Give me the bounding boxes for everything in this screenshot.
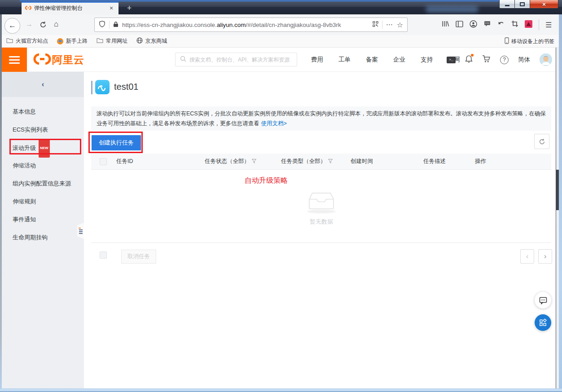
back-button[interactable]: ← [4, 18, 20, 34]
page-actions-icon[interactable]: ⋯ [386, 21, 393, 29]
console-search-box[interactable] [175, 53, 297, 66]
window-border-right [559, 14, 562, 388]
footer-checkbox[interactable] [100, 251, 107, 259]
description-banner: 滚动执行可以对当前伸缩组内的所有ECS实例，分批次自动更新实例所使用的镜像或在实… [91, 106, 551, 131]
column-actions: 操作 [475, 158, 486, 165]
tracking-shield-icon[interactable] [99, 21, 105, 29]
help-icon[interactable]: ? [500, 56, 509, 64]
empty-text: 暂无数据 [294, 218, 348, 226]
sidebar-item-basic-info[interactable]: 基本信息 [2, 103, 84, 121]
account-icon[interactable] [470, 20, 477, 30]
new-tab-button[interactable]: + [124, 4, 134, 13]
undo-icon[interactable] [497, 21, 505, 29]
browser-tab[interactable]: 弹性伸缩管理控制台 × [22, 2, 119, 14]
browser-window: 弹性伸缩管理控制台 × + × ← → ⌂ https://ess-cn-zha… [0, 0, 562, 392]
phone-icon [505, 37, 509, 45]
column-create-time: 创建时间 [351, 158, 373, 165]
next-page-button[interactable]: › [538, 249, 552, 264]
minimize-button[interactable] [499, 0, 515, 9]
bookmark-item[interactable]: 火狐官方站点 [6, 37, 48, 45]
user-avatar[interactable] [540, 53, 552, 66]
table-header-row: 任务ID 任务状态（全部） 任务类型（全部） 创建时间 任务描述 操作 [91, 154, 551, 170]
prev-page-button[interactable]: ‹ [520, 249, 534, 264]
doc-link[interactable]: 使用文档> [261, 120, 287, 127]
crop-icon[interactable] [511, 20, 518, 29]
search-input[interactable] [189, 57, 292, 63]
cart-icon[interactable] [482, 55, 491, 65]
refresh-button[interactable] [534, 134, 549, 149]
sidebar-collapse-button[interactable]: ‹ [2, 72, 84, 97]
sidebar-item-event-notifications[interactable]: 事件通知 [2, 211, 84, 229]
sidebar-item-instance-config-source[interactable]: 组内实例配置信息来源 [2, 175, 84, 193]
url-text[interactable]: https://ess-cn-zhangjiakou.console.aliyu… [122, 22, 369, 28]
empty-icon-shadow [307, 210, 336, 213]
tab-favicon-aliyun-icon [25, 4, 31, 12]
column-task-type: 任务类型（全部） [281, 158, 326, 165]
cloudshell-icon[interactable]: >_ [447, 57, 456, 63]
nav-item-billing[interactable]: 费用 [303, 56, 331, 64]
pagination: ‹ › [520, 249, 552, 264]
filter-icon[interactable] [328, 159, 333, 165]
notifications-bell-icon[interactable] [465, 55, 473, 65]
column-task-description: 任务描述 [423, 158, 446, 165]
bookmarks-bar: 火狐官方站点 新手上路 常用网址 京东商城 移动设备上的书签 [2, 35, 559, 48]
reload-icon[interactable] [40, 21, 47, 30]
bookmark-star-icon[interactable]: ☆ [397, 21, 403, 29]
bookmark-item[interactable]: 京东商城 [136, 37, 167, 45]
extension-logo-icon[interactable] [525, 20, 532, 30]
search-icon [180, 56, 186, 64]
tab-close-icon[interactable]: × [108, 4, 115, 12]
sidebar-item-lifecycle-hooks[interactable]: 生命周期挂钩 [2, 229, 84, 247]
feedback-chat-button[interactable] [535, 292, 551, 308]
home-icon[interactable]: ⌂ [54, 20, 58, 29]
aliyun-brackets-icon [33, 53, 51, 67]
console-nav-menu: 费用 工单 备案 企业 支持 官网 [303, 48, 468, 72]
quick-apps-button[interactable] [535, 314, 551, 331]
close-button[interactable]: × [530, 0, 558, 9]
active-window-accent [20, 0, 558, 1]
annotation-box-create-task-button [88, 132, 143, 153]
table-bottom-border [91, 242, 551, 243]
qr-code-icon[interactable] [373, 21, 378, 28]
nav-item-support[interactable]: 支持 [413, 56, 440, 64]
firefox-icon [57, 38, 63, 44]
maximize-button[interactable] [514, 0, 530, 9]
cancel-task-button[interactable]: 取消任务 [121, 250, 156, 264]
empty-state: 暂无数据 [294, 191, 348, 226]
lock-icon[interactable] [113, 21, 119, 29]
blurred-titlebar-text [426, 6, 479, 13]
column-task-status: 任务状态（全部） [205, 158, 250, 165]
menu-hamburger-icon[interactable]: ☰ [545, 21, 552, 29]
refresh-icon [539, 138, 545, 145]
nav-item-enterprise[interactable]: 企业 [386, 56, 413, 64]
bookmark-item[interactable]: 常用网址 [97, 37, 127, 45]
console-topbar-icons: >_ ? 简体 [447, 48, 552, 72]
console-menu-hamburger[interactable] [2, 48, 27, 72]
library-icon[interactable] [442, 20, 449, 29]
toolbar-separator [539, 19, 539, 30]
chat-bubble-icon[interactable] [483, 20, 491, 29]
tab-title: 弹性伸缩管理控制台 [34, 4, 105, 12]
filter-icon[interactable] [252, 159, 256, 165]
window-border-bottom [0, 388, 562, 392]
column-task-id: 任务ID [116, 158, 133, 165]
sidebar-item-ecs-instances[interactable]: ECS实例列表 [2, 121, 84, 139]
sidebar-item-scaling-rules[interactable]: 伸缩规则 [2, 193, 84, 211]
select-all-checkbox[interactable] [100, 158, 107, 165]
console-topbar: 阿里云 费用 工单 备案 企业 支持 官网 >_ ? 简体 [2, 48, 556, 72]
mobile-bookmarks[interactable]: 移动设备上的书签 [505, 35, 554, 48]
sidebar-item-scaling-activities[interactable]: 伸缩活动 [2, 157, 84, 175]
sidebar-toggle-icon[interactable] [456, 21, 463, 29]
nav-item-icp[interactable]: 备案 [358, 56, 386, 64]
bookmark-item[interactable]: 新手上路 [57, 37, 88, 45]
nav-item-tickets[interactable]: 工单 [331, 56, 358, 64]
forward-button[interactable]: → [26, 20, 33, 28]
scrollbar-track[interactable] [556, 48, 559, 388]
url-bar[interactable]: https://ess-cn-zhangjiakou.console.aliyu… [94, 18, 408, 32]
url-divider [382, 21, 382, 29]
globe-icon [136, 37, 143, 45]
aliyun-logo[interactable]: 阿里云 [33, 53, 84, 67]
console-sidebar: ‹ 基本信息 ECS实例列表 滚动升级NEW 伸缩活动 组内实例配置信息来源 伸… [2, 72, 84, 388]
sidebar-edge-toggle[interactable] [77, 223, 84, 239]
language-switch[interactable]: 简体 [518, 56, 530, 64]
